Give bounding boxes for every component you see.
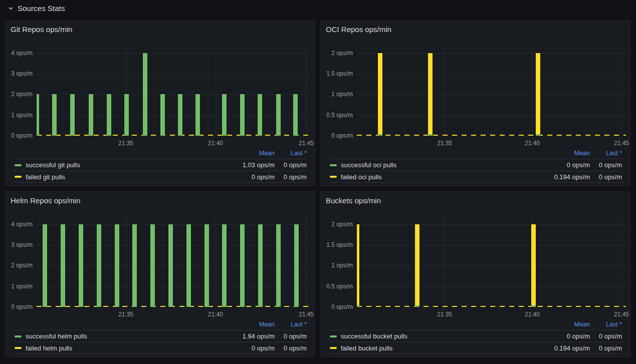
y-tick-label: 4 ops/m — [11, 221, 33, 228]
legend-series-label[interactable]: failed bucket pulls — [341, 344, 534, 352]
bar — [293, 94, 298, 136]
legend-header-last[interactable]: Last * — [275, 150, 307, 157]
legend-row: successful bucket pulls 0 ops/m 0 ops/m — [330, 330, 622, 342]
bar — [415, 224, 419, 307]
bar — [160, 94, 165, 136]
legend-last-value: 0 ops/m — [590, 332, 622, 340]
legend-series-marker[interactable] — [15, 335, 22, 337]
legend-mean-value: 1.94 ops/m — [219, 332, 275, 340]
y-tick-label: 4 ops/m — [11, 50, 33, 57]
legend-header-mean[interactable]: Mean — [534, 321, 590, 328]
x-tick-label: 21:45 — [614, 140, 629, 147]
bar — [240, 94, 245, 136]
panels-grid: Git Repos ops/min 4 ops/m3 ops/m2 ops/m1… — [0, 16, 636, 357]
y-tick-label: 1.5 ops/m — [326, 70, 353, 77]
x-tick-label: 21:40 — [208, 140, 223, 147]
bar — [531, 224, 536, 307]
bar — [240, 224, 245, 307]
bar — [536, 53, 540, 136]
y-tick-label: 1 ops/m — [11, 283, 33, 290]
legend-mean-value: 0 ops/m — [219, 173, 275, 181]
x-tick-label: 21:35 — [118, 140, 133, 147]
bar — [37, 94, 39, 136]
legend-mean-value: 1.03 ops/m — [219, 161, 275, 169]
bar — [143, 53, 147, 136]
panel-title[interactable]: OCI Repos ops/min — [321, 21, 630, 39]
legend-mean-value: 0.194 ops/m — [534, 173, 590, 181]
x-axis-labels: 21:3521:4021:45 — [37, 45, 311, 136]
y-tick-label: 2 ops/m — [11, 262, 33, 269]
legend-header-last[interactable]: Last * — [275, 321, 307, 328]
time-series-chart: 2 ops/m1.5 ops/m1 ops/m0.5 ops/m0 ops/m … — [321, 210, 630, 318]
legend-header-mean[interactable]: Mean — [219, 150, 275, 157]
x-axis-labels: 21:3521:4021:45 — [357, 45, 626, 136]
x-tick-label: 21:35 — [437, 140, 452, 147]
legend-series-marker[interactable] — [15, 164, 22, 166]
legend-header-last[interactable]: Last * — [590, 321, 622, 328]
y-tick-label: 0.5 ops/m — [326, 112, 353, 119]
bar — [61, 224, 65, 307]
bar — [124, 94, 129, 136]
legend-series-marker[interactable] — [330, 176, 337, 178]
legend-row: failed bucket pulls 0.194 ops/m 0 ops/m — [330, 342, 622, 354]
series-base-mark — [415, 305, 419, 307]
legend: Mean Last * successful git pulls 1.03 op… — [6, 147, 315, 183]
bar — [107, 94, 111, 136]
plot-area: 21:3521:4021:45 — [37, 216, 311, 307]
panel-title[interactable]: Git Repos ops/min — [6, 21, 315, 39]
legend-mean-value: 0.194 ops/m — [534, 344, 590, 352]
legend-series-marker[interactable] — [15, 176, 22, 178]
bar — [204, 224, 209, 307]
y-axis: 4 ops/m3 ops/m2 ops/m1 ops/m0 ops/m — [6, 216, 33, 307]
y-tick-label: 0 ops/m — [11, 303, 33, 310]
legend-header: Mean Last * — [330, 148, 622, 159]
y-tick-label: 2 ops/m — [11, 91, 33, 98]
y-tick-label: 1.5 ops/m — [326, 241, 353, 248]
legend-series-label[interactable]: failed oci pulls — [341, 173, 534, 181]
legend-series-label[interactable]: successful helm pulls — [26, 332, 219, 340]
legend-series-marker[interactable] — [15, 347, 22, 349]
panel-title[interactable]: Helm Repos ops/min — [6, 192, 315, 210]
time-series-chart: 4 ops/m3 ops/m2 ops/m1 ops/m0 ops/m 21:3… — [6, 210, 315, 318]
legend-series-label[interactable]: successful bucket pulls — [341, 332, 534, 340]
legend-header-last[interactable]: Last * — [590, 150, 622, 157]
x-axis-labels: 21:3521:4021:45 — [357, 216, 626, 307]
panel-helm-repos: Helm Repos ops/min 4 ops/m3 ops/m2 ops/m… — [5, 191, 315, 357]
y-tick-label: 2 ops/m — [331, 221, 353, 228]
legend-row: successful helm pulls 1.94 ops/m 0 ops/m — [15, 330, 307, 342]
bar — [89, 94, 93, 136]
legend-row: successful git pulls 1.03 ops/m 0 ops/m — [15, 159, 307, 171]
legend-header-mean[interactable]: Mean — [534, 150, 590, 157]
bar — [378, 53, 382, 136]
time-series-chart: 4 ops/m3 ops/m2 ops/m1 ops/m0 ops/m 21:3… — [6, 39, 315, 147]
legend-header: Mean Last * — [15, 319, 307, 330]
x-tick-label: 21:40 — [525, 140, 540, 147]
bar — [43, 224, 47, 307]
bar — [357, 224, 359, 307]
legend-last-value: 0 ops/m — [275, 344, 307, 352]
y-tick-label: 1 ops/m — [331, 91, 353, 98]
y-tick-label: 3 ops/m — [11, 70, 33, 77]
legend-series-marker[interactable] — [330, 164, 337, 166]
bar — [195, 94, 200, 136]
legend-series-label[interactable]: successful git pulls — [26, 161, 219, 169]
legend-last-value: 0 ops/m — [590, 173, 622, 181]
legend-mean-value: 0 ops/m — [534, 161, 590, 169]
legend-row: failed git pulls 0 ops/m 0 ops/m — [15, 171, 307, 183]
legend: Mean Last * successful helm pulls 1.94 o… — [6, 318, 315, 354]
plot-area: 21:3521:4021:45 — [357, 45, 626, 136]
legend-row: successful oci pulls 0 ops/m 0 ops/m — [330, 159, 622, 171]
legend-series-marker[interactable] — [330, 347, 337, 349]
panel-title[interactable]: Buckets ops/min — [321, 192, 630, 210]
row-header-sources-stats[interactable]: Sources Stats — [0, 0, 636, 16]
y-tick-label: 2 ops/m — [331, 50, 353, 57]
y-tick-label: 1 ops/m — [11, 112, 33, 119]
legend-header-mean[interactable]: Mean — [219, 321, 275, 328]
legend-series-label[interactable]: successful oci pulls — [341, 161, 534, 169]
legend-series-label[interactable]: failed helm pulls — [26, 344, 219, 352]
bar — [150, 224, 155, 307]
bar — [70, 94, 75, 136]
legend-series-marker[interactable] — [330, 335, 337, 337]
chevron-down-icon[interactable] — [8, 5, 14, 12]
legend-series-label[interactable]: failed git pulls — [26, 173, 219, 181]
